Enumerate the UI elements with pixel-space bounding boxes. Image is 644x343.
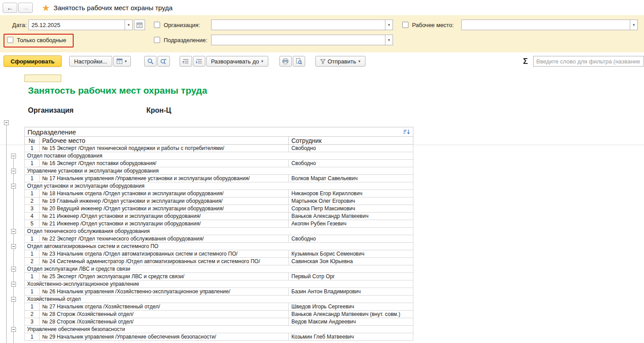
find-next-icon	[160, 58, 167, 64]
table-row[interactable]: 1№ 16 Эксперт /Отдел поставки оборудован…	[24, 160, 413, 167]
report-variants-icon	[117, 59, 122, 64]
organization-checkbox[interactable]	[154, 22, 160, 28]
collapse-group-button[interactable]	[11, 169, 16, 173]
collapse-all-button[interactable]	[4, 120, 9, 125]
row-number-cell: 1	[25, 145, 39, 152]
workplace-cell: № 28 Сторож /Хозяйственный отдел/	[39, 311, 289, 318]
department-checkbox[interactable]	[154, 37, 160, 43]
find-icon	[147, 58, 153, 64]
settings-button[interactable]: Настройки...	[69, 56, 112, 67]
print-preview-button[interactable]	[293, 56, 305, 67]
expand-groups-button[interactable]	[193, 56, 205, 67]
collapse-groups-button[interactable]	[180, 56, 192, 67]
table-row[interactable]: 1№ 26 Начальник управления /Хозяйственно…	[24, 288, 413, 296]
favorite-star-icon[interactable]: ★	[42, 3, 50, 12]
table-row[interactable]: 2№ 28 Сторож /Хозяйственный отдел/Ванько…	[24, 311, 413, 318]
row-number-cell: 5	[25, 220, 39, 228]
workplace-cell: № 24 Системный администратор /Отдел авто…	[39, 258, 289, 265]
row-number-cell: 2	[25, 311, 39, 318]
table-row[interactable]: 4№ 21 Инженер /Отдел установки и эксплуа…	[24, 213, 413, 220]
group-name-cell: Отдел автоматизированных систем и систем…	[25, 243, 413, 250]
department-dropdown-button[interactable]: ▾	[385, 35, 393, 45]
table-row[interactable]: 2№ 24 Системный администратор /Отдел авт…	[24, 258, 413, 265]
group-name-cell: Отдел эксплуатации ЛВС и средств связи	[25, 265, 413, 273]
workplace-dropdown-button[interactable]: ▾	[630, 20, 637, 30]
row-number-cell: 1	[25, 235, 39, 243]
find-button[interactable]	[144, 56, 157, 67]
workplace-cell: № 17 Начальник управления /Управление ус…	[39, 175, 289, 182]
table-row[interactable]: 1№ 27 Начальник отдела /Хозяйственный от…	[24, 303, 413, 311]
report-variants-button[interactable]: ▾	[113, 56, 131, 67]
find-next-button[interactable]	[157, 56, 170, 67]
department-field: ▾	[211, 35, 393, 45]
group-header-row[interactable]: Хозяйственный отдел	[24, 296, 413, 303]
group-header-row[interactable]: Отдел установки и эксплуатации оборудова…	[24, 182, 413, 190]
table-row[interactable]: 1№ 15 Эксперт /Отдел технической поддерж…	[24, 145, 413, 152]
row-number-cell: 3	[25, 205, 39, 213]
employee-cell: Ваньков Александр Матвеевич	[289, 213, 413, 220]
group-header-row[interactable]: Отдел автоматизированных систем и систем…	[24, 243, 413, 250]
workplace-cell: № 21 Инженер /Отдел установки и эксплуат…	[39, 213, 289, 220]
generate-button[interactable]: Сформировать	[4, 55, 62, 67]
collapse-groups-icon	[183, 59, 189, 64]
table-row[interactable]: 1№ 22 Эксперт /Отдел технического обслуж…	[24, 235, 413, 243]
workplace-cell: № 19 Главный инженер /Отдел установки и …	[39, 197, 289, 205]
table-row[interactable]: 1№ 23 Начальник отдела /Отдел автоматизи…	[24, 250, 413, 258]
table-row[interactable]: 5№ 21 Инженер /Отдел установки и эксплуа…	[24, 220, 413, 228]
workplace-checkbox[interactable]	[402, 22, 408, 28]
table-row[interactable]: 1№ 25 Эксперт /Отдел эксплуатации ЛВС и …	[24, 273, 413, 280]
row-number-cell: 2	[25, 258, 39, 265]
sort-icon[interactable]	[403, 129, 410, 135]
group-header-row[interactable]: Отдел эксплуатации ЛВС и средств связи	[24, 265, 413, 273]
back-button[interactable]: ←	[3, 3, 17, 13]
date-input[interactable]	[29, 20, 125, 30]
table-row[interactable]: 3№ 28 Сторож /Хозяйственный отдел/Ведов …	[24, 318, 413, 326]
collapse-group-button[interactable]	[11, 297, 16, 302]
organization-dropdown-button[interactable]: ▾	[385, 20, 393, 30]
collapse-group-button[interactable]	[11, 282, 16, 287]
collapse-group-button[interactable]	[11, 184, 16, 189]
table-row[interactable]: 1№ 18 Начальник отдела /Отдел установки …	[24, 190, 413, 197]
table-row[interactable]: 1№ 17 Начальник управления /Управление у…	[24, 175, 413, 182]
calendar-button[interactable]	[134, 20, 145, 30]
collapse-group-button[interactable]	[11, 327, 16, 332]
group-name-cell: Управление установки и эксплуатации обор…	[25, 167, 413, 175]
group-header-row[interactable]: Отдел поставки оборудования	[24, 152, 413, 160]
collapse-group-button[interactable]	[11, 154, 16, 158]
department-input[interactable]	[212, 35, 385, 45]
generate-button-label: Сформировать	[11, 58, 55, 65]
date-field: ▾	[28, 20, 133, 30]
workplace-cell: № 15 Эксперт /Отдел технической поддержк…	[39, 145, 289, 152]
column-header-employee: Сотрудник	[289, 137, 413, 145]
date-dropdown-button[interactable]: ▾	[125, 20, 132, 30]
only-free-checkbox[interactable]	[7, 37, 13, 43]
table-header-row: № Рабочее место Сотрудник	[24, 137, 413, 145]
organization-input[interactable]	[212, 20, 385, 30]
minus-icon	[12, 171, 15, 171]
expand-to-button[interactable]: Разворачивать до ▾	[206, 56, 268, 67]
forward-button[interactable]: →	[18, 3, 33, 13]
send-button[interactable]: Отправить ▾	[315, 56, 365, 67]
group-header-row[interactable]: Управление установки и эксплуатации обор…	[24, 167, 413, 175]
workplace-input[interactable]	[462, 20, 630, 30]
collapse-group-button[interactable]	[11, 267, 16, 272]
send-button-label: Отправить	[328, 58, 356, 65]
employee-cell: Ваньков Александр Матвеевич (внут. совм.…	[289, 311, 413, 318]
table-row[interactable]: 2№ 19 Главный инженер /Отдел установки и…	[24, 197, 413, 205]
report-organization-label: Организация	[28, 106, 146, 114]
table-row[interactable]: 3№ 20 Ведущий инженер /Отдел установки и…	[24, 205, 413, 213]
group-header-row[interactable]: Управление обеспечения безопасности	[24, 326, 413, 333]
organization-label: Организация:	[164, 22, 200, 28]
group-header-row[interactable]: Отдел технического обслуживания оборудов…	[24, 228, 413, 235]
minus-icon	[12, 186, 15, 186]
tree-line-level1	[6, 123, 7, 343]
group-header-row[interactable]: Хозяйственно-эксплуатационное управление	[24, 280, 413, 288]
filter-input[interactable]	[533, 56, 644, 67]
row-number-cell: 3	[25, 318, 39, 326]
print-button[interactable]	[279, 56, 292, 67]
group-name-cell: Отдел технического обслуживания оборудов…	[25, 228, 413, 235]
row-number-cell: 1	[25, 288, 39, 296]
collapse-group-button[interactable]	[11, 244, 16, 249]
collapse-group-button[interactable]	[11, 229, 16, 234]
table-row[interactable]: 1№ 29 Начальник управления /Управление о…	[24, 333, 413, 341]
